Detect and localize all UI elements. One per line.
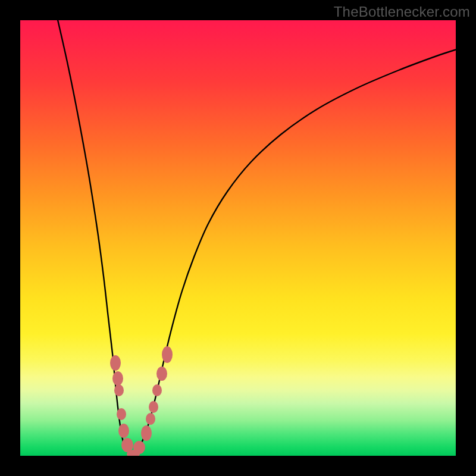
watermark-text: TheBottlenecker.com (334, 4, 470, 20)
bead-right-2 (146, 413, 155, 425)
bead-left-0 (110, 355, 121, 371)
bead-bottom-0 (127, 450, 140, 456)
bead-left-3 (117, 408, 126, 420)
bead-right-5 (156, 367, 167, 381)
bead-right-1 (141, 425, 152, 441)
bead-left-4 (118, 424, 129, 438)
bead-left-2 (114, 384, 124, 396)
chart-frame: TheBottlenecker.com (0, 0, 476, 476)
bead-left-1 (112, 371, 123, 386)
curve-right-branch (132, 48, 456, 455)
curves-layer (20, 20, 456, 456)
bead-right-3 (149, 401, 158, 413)
bead-right-6 (162, 346, 173, 363)
bead-right-4 (152, 384, 162, 396)
plot-area (20, 20, 456, 456)
